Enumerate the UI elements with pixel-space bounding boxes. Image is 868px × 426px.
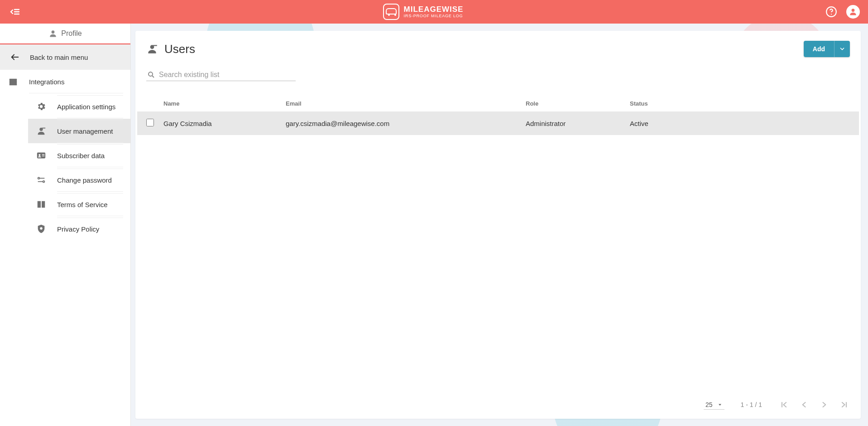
account-button[interactable] <box>846 5 860 19</box>
svg-point-26 <box>40 227 43 230</box>
column-header-status[interactable]: Status <box>626 96 859 111</box>
profile-tab-label: Profile <box>61 29 82 38</box>
svg-rect-25 <box>41 201 42 208</box>
collapse-sidebar-button[interactable] <box>8 5 22 19</box>
svg-rect-14 <box>17 83 18 84</box>
arrow-left-icon <box>10 52 20 62</box>
svg-rect-13 <box>17 82 18 82</box>
page-size-value: 25 <box>705 401 713 408</box>
sidebar-item-label: Subscriber data <box>57 144 123 167</box>
chevron-left-icon <box>800 400 809 409</box>
page-title: Users <box>164 42 195 56</box>
users-table: Name Email Role Status Gary Csizmadia ga… <box>137 96 859 135</box>
app-header: MILEAGEWISE IRS-PROOF MILEAGE LOG <box>0 0 868 24</box>
svg-point-4 <box>831 14 832 15</box>
brand-tagline: IRS-PROOF MILEAGE LOG <box>404 14 464 18</box>
svg-point-21 <box>38 178 40 179</box>
caret-down-icon <box>717 402 723 407</box>
sidebar: Profile Back to main menu Integrations A… <box>0 24 131 426</box>
back-to-main-menu[interactable]: Back to main menu <box>0 44 130 70</box>
svg-point-23 <box>43 181 45 183</box>
svg-rect-28 <box>153 45 157 46</box>
svg-rect-19 <box>42 154 45 155</box>
svg-rect-8 <box>10 79 17 86</box>
sidebar-menu: Integrations Application settings User m… <box>0 70 130 241</box>
help-icon <box>825 6 837 18</box>
svg-point-29 <box>149 72 153 76</box>
sidebar-item-terms[interactable]: Terms of Service <box>28 192 130 217</box>
search-input[interactable] <box>159 71 295 79</box>
sidebar-item-label: Integrations <box>29 71 123 93</box>
integrations-icon <box>8 77 18 87</box>
help-button[interactable] <box>825 5 838 19</box>
sidebar-item-label: User management <box>57 120 123 143</box>
first-page-button[interactable] <box>778 399 790 411</box>
sidebar-item-label: Privacy Policy <box>57 218 123 240</box>
id-card-icon <box>36 150 46 160</box>
add-dropdown-button[interactable] <box>834 41 850 57</box>
person-icon <box>48 29 58 38</box>
svg-rect-9 <box>9 80 10 81</box>
search-box[interactable] <box>146 69 296 81</box>
back-label: Back to main menu <box>30 53 88 61</box>
menu-collapse-icon <box>10 6 20 17</box>
svg-point-18 <box>38 154 40 156</box>
sidebar-item-label: Terms of Service <box>57 193 123 216</box>
table-row[interactable]: Gary Csizmadia gary.csizmadia@mileagewis… <box>137 111 859 135</box>
main-panel: Users Add <box>135 31 861 419</box>
cell-status: Active <box>626 111 859 135</box>
cell-name: Gary Csizmadia <box>160 111 282 135</box>
users-page-icon <box>146 43 158 55</box>
next-page-button[interactable] <box>818 399 830 411</box>
sidebar-item-app-settings[interactable]: Application settings <box>28 94 130 119</box>
sidebar-item-subscriber-data[interactable]: Subscriber data <box>28 143 130 168</box>
sidebar-item-label: Change password <box>57 169 123 192</box>
brand-name: MILEAGEWISE <box>404 5 464 13</box>
pagination-range: 1 - 1 / 1 <box>741 401 762 408</box>
sidebar-item-user-management[interactable]: User management <box>28 119 130 143</box>
cell-email: gary.csizmadia@mileagewise.com <box>282 111 522 135</box>
column-header-name[interactable]: Name <box>160 96 282 111</box>
svg-rect-20 <box>42 155 45 156</box>
sidebar-item-privacy[interactable]: Privacy Policy <box>28 217 130 241</box>
add-button-group: Add <box>804 41 850 57</box>
shield-icon <box>36 224 46 234</box>
last-page-button[interactable] <box>838 399 850 411</box>
sidebar-item-label: Application settings <box>57 95 123 118</box>
svg-rect-17 <box>37 153 45 159</box>
svg-line-30 <box>152 76 154 77</box>
svg-point-5 <box>852 9 855 12</box>
user-manage-icon <box>36 126 46 136</box>
sidebar-item-change-password[interactable]: Change password <box>28 168 130 192</box>
svg-point-6 <box>52 30 55 34</box>
gear-icon <box>36 102 46 111</box>
column-header-email[interactable]: Email <box>282 96 522 111</box>
last-page-icon <box>839 400 849 409</box>
svg-marker-31 <box>719 404 721 406</box>
chevron-right-icon <box>820 400 829 409</box>
search-icon <box>147 71 155 79</box>
prev-page-button[interactable] <box>798 399 810 411</box>
svg-rect-11 <box>9 83 10 84</box>
profile-tab[interactable]: Profile <box>0 24 130 44</box>
book-icon <box>36 199 46 209</box>
key-icon <box>36 175 46 185</box>
add-button[interactable]: Add <box>804 41 834 57</box>
chevron-down-icon <box>839 46 845 52</box>
column-header-role[interactable]: Role <box>522 96 626 111</box>
brand-logo[interactable]: MILEAGEWISE IRS-PROOF MILEAGE LOG <box>383 4 464 20</box>
first-page-icon <box>780 400 789 409</box>
brand-mark-icon <box>383 4 399 20</box>
svg-rect-16 <box>42 128 45 129</box>
account-icon <box>849 7 858 16</box>
pagination: 25 1 - 1 / 1 <box>135 394 861 419</box>
cell-role: Administrator <box>522 111 626 135</box>
sidebar-item-integrations[interactable]: Integrations <box>0 70 130 94</box>
page-size-select[interactable]: 25 <box>704 400 724 410</box>
row-checkbox[interactable] <box>146 119 154 126</box>
svg-rect-10 <box>9 82 10 82</box>
svg-rect-12 <box>17 80 18 81</box>
